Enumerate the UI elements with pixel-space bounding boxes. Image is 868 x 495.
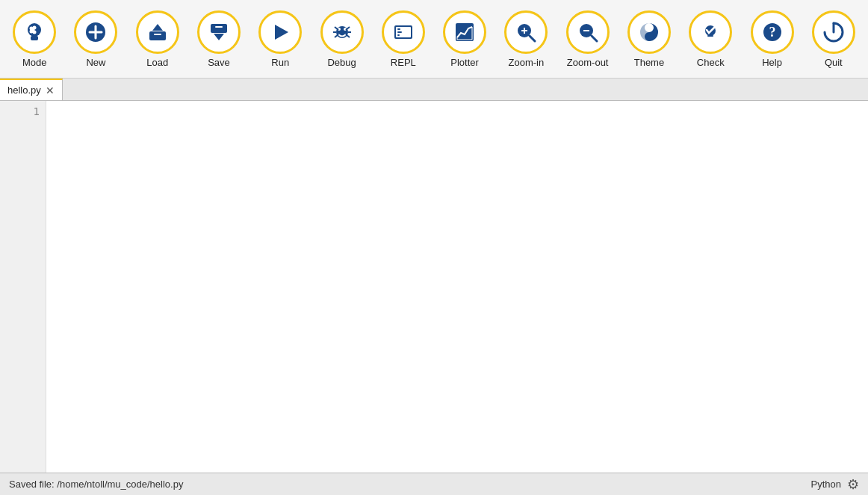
gear-icon: ⚙ — [847, 476, 859, 493]
plotter-label: Plotter — [450, 57, 479, 68]
zoom-out-label: Zoom-out — [567, 57, 609, 68]
svg-line-36 — [530, 36, 535, 41]
repl-icon — [382, 10, 425, 54]
svg-marker-14 — [214, 34, 224, 40]
save-button[interactable]: Save — [189, 3, 249, 75]
svg-rect-43 — [707, 35, 713, 37]
save-icon — [197, 10, 241, 54]
repl-label: REPL — [391, 57, 416, 68]
check-icon — [689, 10, 732, 54]
line-number: 1 — [0, 105, 40, 117]
svg-text:?: ? — [769, 25, 775, 40]
new-label: New — [86, 57, 105, 68]
svg-point-6 — [31, 28, 35, 31]
status-right: Python ⚙ — [811, 476, 859, 493]
theme-label: Theme — [634, 57, 664, 68]
tab-bar: hello.py ✕ — [0, 79, 868, 101]
tab-close-icon[interactable]: ✕ — [46, 85, 55, 96]
help-icon: ? — [751, 10, 794, 54]
repl-button[interactable]: REPL — [373, 3, 433, 75]
svg-rect-10 — [149, 31, 166, 40]
svg-marker-11 — [152, 24, 163, 31]
mode-button[interactable]: Mode — [4, 3, 64, 75]
load-button[interactable]: Load — [128, 3, 187, 75]
svg-marker-16 — [275, 25, 288, 40]
zoom-in-label: Zoom-in — [509, 57, 545, 68]
quit-button[interactable]: Quit — [804, 3, 864, 75]
new-icon — [74, 10, 117, 54]
new-button[interactable]: New — [66, 3, 125, 75]
run-icon — [258, 10, 302, 54]
status-message: Saved file: /home/ntoll/mu_code/hello.py — [9, 479, 183, 490]
load-icon — [136, 10, 179, 54]
toolbar: Mode New Load Save Run — [0, 0, 868, 79]
svg-rect-31 — [456, 23, 474, 41]
svg-line-40 — [592, 36, 597, 41]
zoom-in-icon — [504, 10, 548, 54]
settings-button[interactable]: ⚙ — [847, 476, 859, 493]
quit-icon — [812, 10, 855, 54]
save-label: Save — [208, 57, 230, 68]
debug-label: Debug — [327, 57, 356, 68]
theme-button[interactable]: Theme — [619, 3, 679, 75]
svg-rect-30 — [397, 34, 400, 36]
svg-rect-12 — [154, 34, 161, 35]
zoom-out-icon — [566, 10, 610, 54]
status-bar: Saved file: /home/ntoll/mu_code/hello.py… — [0, 473, 868, 495]
zoom-out-button[interactable]: Zoom-out — [558, 3, 618, 75]
quit-label: Quit — [825, 57, 843, 68]
editor-container: 1 — [0, 101, 868, 473]
theme-icon — [627, 10, 671, 54]
check-button[interactable]: Check — [681, 3, 740, 75]
svg-rect-28 — [397, 28, 400, 30]
mode-icon — [13, 10, 56, 54]
help-button[interactable]: ? Help — [742, 3, 802, 75]
tab-hello-py[interactable]: hello.py ✕ — [0, 79, 63, 100]
debug-button[interactable]: Debug — [311, 3, 371, 75]
tab-label: hello.py — [7, 84, 41, 96]
plotter-icon — [443, 10, 486, 54]
svg-rect-13 — [211, 24, 227, 33]
debug-icon — [320, 10, 364, 54]
svg-rect-29 — [397, 31, 402, 33]
svg-rect-1 — [31, 36, 38, 40]
run-label: Run — [271, 57, 289, 68]
zoom-in-button[interactable]: Zoom-in — [496, 3, 556, 75]
line-numbers: 1 — [0, 101, 46, 473]
check-label: Check — [697, 57, 725, 68]
python-mode-label: Python — [811, 479, 841, 490]
help-label: Help — [762, 57, 782, 68]
run-button[interactable]: Run — [250, 3, 310, 75]
plotter-button[interactable]: Plotter — [435, 3, 495, 75]
load-label: Load — [146, 57, 168, 68]
editor-area[interactable] — [46, 101, 868, 473]
svg-rect-15 — [215, 26, 223, 28]
mode-label: Mode — [22, 57, 47, 68]
